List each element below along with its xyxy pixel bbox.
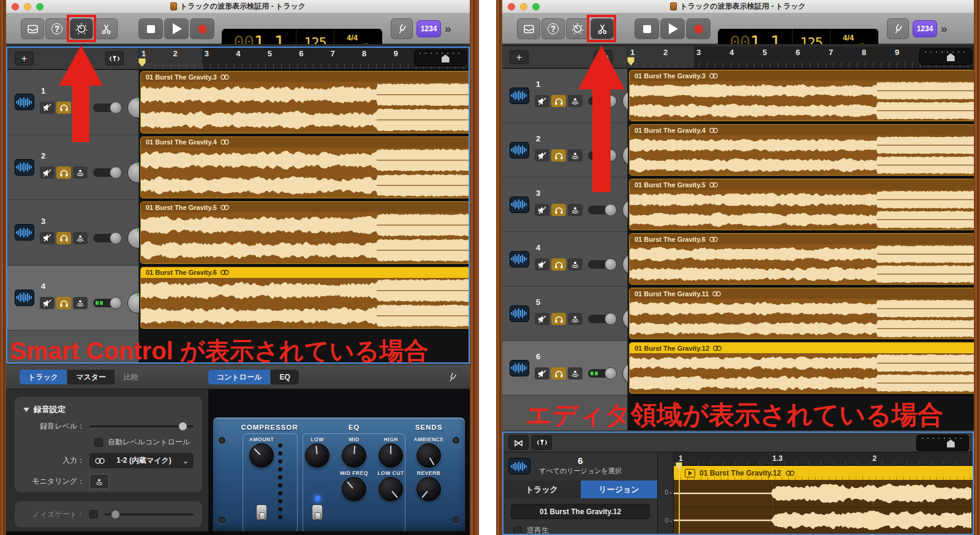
solo-headphones-button[interactable]: [56, 232, 71, 244]
zoom-button[interactable]: [36, 3, 43, 10]
tab-region[interactable]: リージョン: [581, 481, 657, 498]
track-header[interactable]: 5 L R: [502, 286, 628, 341]
quick-help-button[interactable]: ?: [45, 18, 69, 39]
noise-gate-slider[interactable]: [104, 514, 194, 515]
zoom-slider-thumb[interactable]: [947, 440, 955, 447]
track-lane[interactable]: 01 Burst The Gravity.6: [139, 266, 469, 331]
section-title[interactable]: 録音設定: [23, 404, 194, 415]
track-lane[interactable]: 01 Burst The Gravity.3: [628, 69, 974, 123]
catch-filter-button[interactable]: [532, 435, 552, 450]
eq-toggle-switch[interactable]: [312, 504, 323, 520]
close-button[interactable]: [12, 3, 19, 10]
editor-waveform-body[interactable]: [674, 480, 973, 534]
record-button[interactable]: [190, 18, 214, 39]
audio-region[interactable]: 01 Burst The Gravity.5: [140, 201, 469, 264]
editor-playhead[interactable]: [676, 462, 682, 470]
volume-slider[interactable]: [93, 234, 121, 242]
minimize-button[interactable]: [520, 3, 527, 10]
low-knob[interactable]: [305, 443, 330, 468]
editors-button[interactable]: [94, 18, 118, 39]
solo-headphones-button[interactable]: [551, 149, 566, 162]
volume-slider-thumb[interactable]: [110, 232, 122, 244]
smart-controls-button[interactable]: [566, 18, 589, 39]
volume-slider-thumb[interactable]: [110, 166, 122, 179]
track-lane[interactable]: 01 Burst The Gravity.5: [628, 178, 974, 232]
input-monitoring-button[interactable]: [568, 313, 582, 325]
ambience-knob[interactable]: [417, 443, 441, 468]
mute-button[interactable]: [40, 102, 55, 114]
reverse-checkbox[interactable]: [513, 526, 522, 534]
zoom-slider[interactable]: [414, 50, 467, 66]
solo-headphones-button[interactable]: [56, 166, 71, 179]
editor-wave-area[interactable]: 1 1.3 2 01 Burst The Gravity.12: [674, 452, 973, 534]
input-monitoring-button[interactable]: [73, 232, 88, 244]
reverb-knob[interactable]: [417, 477, 441, 501]
tab-compare[interactable]: 比較: [115, 370, 147, 384]
input-monitoring-button[interactable]: [568, 367, 582, 380]
volume-slider-thumb[interactable]: [605, 204, 617, 216]
mute-button[interactable]: [535, 204, 549, 216]
input-monitoring-button[interactable]: [568, 149, 582, 162]
volume-slider[interactable]: [93, 168, 121, 177]
add-track-button[interactable]: +: [510, 50, 529, 64]
monitoring-button[interactable]: [89, 474, 109, 489]
track-header[interactable]: 2 L R: [7, 135, 139, 201]
slider-thumb[interactable]: [179, 422, 187, 430]
track-header[interactable]: 3 L R: [7, 200, 139, 266]
bar-ruler[interactable]: 1234567891011: [139, 48, 469, 69]
audio-region[interactable]: 01 Burst The Gravity.3: [140, 71, 469, 133]
traffic-lights[interactable]: [508, 3, 540, 10]
editor-region-header[interactable]: 01 Burst The Gravity.12: [674, 466, 973, 480]
high-knob[interactable]: [379, 443, 403, 468]
mute-button[interactable]: [40, 166, 55, 179]
volume-slider[interactable]: [588, 315, 616, 323]
play-button[interactable]: [660, 18, 685, 39]
input-monitoring-button[interactable]: [568, 95, 582, 107]
more-chevron-button[interactable]: »: [445, 22, 451, 36]
play-button[interactable]: [164, 18, 189, 39]
mute-button[interactable]: [40, 297, 55, 309]
stop-button[interactable]: [635, 18, 659, 39]
editor-zoom-slider[interactable]: [916, 435, 969, 451]
zoom-button[interactable]: [532, 3, 540, 10]
count-in-button[interactable]: 1234: [913, 20, 937, 37]
volume-slider[interactable]: [588, 206, 616, 214]
audio-region[interactable]: 01 Burst The Gravity.12: [629, 342, 974, 394]
audio-region[interactable]: 01 Burst The Gravity.11: [629, 288, 974, 339]
solo-headphones-button[interactable]: [551, 367, 566, 380]
close-button[interactable]: [508, 3, 515, 10]
tab-master[interactable]: マスター: [67, 370, 115, 384]
track-lane[interactable]: 01 Burst The Gravity.4: [139, 135, 469, 201]
track-lane[interactable]: 01 Burst The Gravity.11: [628, 286, 974, 341]
track-lane[interactable]: 01 Burst The Gravity.12: [628, 341, 974, 395]
mute-button[interactable]: [535, 367, 549, 380]
input-monitoring-button[interactable]: [73, 166, 88, 179]
audio-region[interactable]: 01 Burst The Gravity.5: [629, 179, 974, 230]
minimize-button[interactable]: [24, 3, 31, 10]
tab-controls[interactable]: コントロール: [208, 370, 270, 384]
mute-button[interactable]: [535, 149, 549, 162]
mute-button[interactable]: [535, 313, 549, 325]
more-chevron-button[interactable]: »: [941, 22, 948, 36]
solo-headphones-button[interactable]: [551, 95, 566, 107]
quick-help-button[interactable]: ?: [541, 18, 565, 39]
volume-slider-thumb[interactable]: [605, 367, 617, 380]
audio-region[interactable]: 01 Burst The Gravity.6: [140, 267, 469, 329]
library-button[interactable]: [21, 18, 44, 39]
audio-region[interactable]: 01 Burst The Gravity.4: [629, 124, 974, 176]
add-track-button[interactable]: +: [15, 51, 34, 65]
region-play-button[interactable]: [685, 469, 695, 477]
record-button[interactable]: [686, 18, 710, 39]
traffic-lights[interactable]: [12, 3, 43, 10]
record-level-slider[interactable]: [89, 425, 194, 427]
tab-track[interactable]: トラック: [20, 370, 67, 384]
playhead-marker[interactable]: [138, 58, 146, 67]
track-lane[interactable]: 01 Burst The Gravity.6: [628, 232, 974, 286]
mute-button[interactable]: [40, 232, 55, 244]
volume-slider-thumb[interactable]: [605, 313, 617, 325]
track-filter-button[interactable]: [105, 51, 124, 65]
mute-button[interactable]: [535, 258, 549, 271]
amount-knob[interactable]: [249, 443, 274, 468]
input-monitoring-button[interactable]: [568, 258, 582, 271]
track-lane[interactable]: 01 Burst The Gravity.4: [628, 123, 974, 178]
